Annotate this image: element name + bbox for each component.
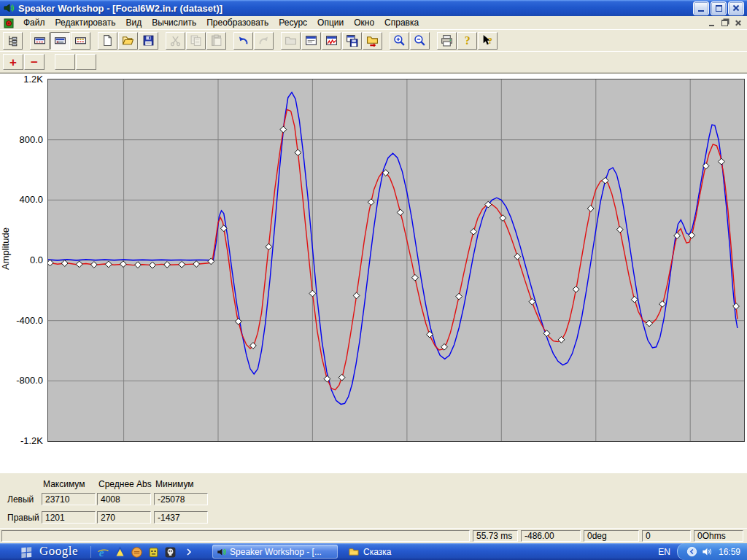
data-point-marker[interactable] <box>646 320 653 327</box>
skull-icon[interactable] <box>164 546 177 558</box>
menu-item-редактировать[interactable]: Редактировать <box>50 17 121 29</box>
menu-item-вид[interactable]: Вид <box>120 17 147 29</box>
data-point-marker[interactable] <box>514 253 521 260</box>
data-point-marker[interactable] <box>309 290 316 297</box>
remove-point-button[interactable]: − <box>24 54 44 70</box>
data-point-marker[interactable] <box>280 126 287 133</box>
add-point-button[interactable]: + <box>3 54 23 70</box>
data-point-marker[interactable] <box>150 262 156 268</box>
tree-view-button[interactable] <box>3 32 23 50</box>
y-tick-label: 1.2K <box>23 74 43 85</box>
properties-window-button[interactable] <box>301 32 321 50</box>
data-point-marker[interactable] <box>266 244 272 250</box>
view-combo-button[interactable] <box>71 32 90 50</box>
data-point-marker[interactable] <box>719 158 725 165</box>
data-point-marker[interactable] <box>61 260 68 267</box>
volume-icon[interactable] <box>701 546 713 557</box>
data-point-marker[interactable] <box>164 262 171 268</box>
data-point-marker[interactable] <box>587 206 594 212</box>
help-button[interactable]: ? <box>457 32 477 50</box>
stats-value-field[interactable]: 23710 <box>42 493 96 505</box>
data-point-marker[interactable] <box>573 286 579 292</box>
taskbar: Google e Speaker Workshop - [... Сказка … <box>0 543 747 560</box>
minimize-button[interactable] <box>693 1 709 15</box>
menu-item-окно[interactable]: Окно <box>349 17 379 29</box>
child-restore-button[interactable] <box>719 18 730 28</box>
data-point-marker[interactable] <box>338 374 345 381</box>
data-point-marker[interactable] <box>689 232 695 238</box>
hand-icon[interactable] <box>131 546 143 558</box>
table1-icon <box>34 34 46 47</box>
table2-icon <box>54 34 66 47</box>
save-chart-button[interactable] <box>342 32 362 50</box>
taskbar-button-speaker-workshop[interactable]: Speaker Workshop - [... <box>212 545 338 559</box>
statistics-panel: МаксимумСреднее AbsМинимумЛевый237104008… <box>0 472 747 528</box>
data-point-marker[interactable] <box>90 262 97 268</box>
data-point-marker[interactable] <box>471 228 477 235</box>
export-data-button[interactable] <box>363 32 382 50</box>
restore-button[interactable] <box>711 1 727 15</box>
tray-collapse-icon[interactable] <box>686 546 697 557</box>
cut-button <box>166 32 185 50</box>
stats-value-field[interactable]: -25078 <box>154 493 208 505</box>
copy-button <box>186 32 206 50</box>
data-point-marker[interactable] <box>105 261 112 268</box>
y-tick-label: -1.2K <box>20 435 43 446</box>
menu-item-опции[interactable]: Опции <box>312 17 349 29</box>
context-help-button[interactable]: ? <box>478 32 498 50</box>
data-point-marker[interactable] <box>674 233 681 239</box>
stats-value-field[interactable]: -1437 <box>154 511 208 524</box>
internet-explorer-icon[interactable]: e <box>97 546 109 558</box>
google-deskbar-logo[interactable]: Google <box>39 544 78 559</box>
data-point-marker[interactable] <box>120 261 127 268</box>
document-icon[interactable] <box>3 18 15 28</box>
menu-item-ресурс[interactable]: Ресурс <box>274 17 312 29</box>
undo-button[interactable] <box>233 32 253 50</box>
data-point-marker[interactable] <box>733 303 740 310</box>
taskbar-item-skazka[interactable]: Сказка <box>348 546 391 557</box>
svg-text:e: e <box>99 546 104 559</box>
print-button[interactable] <box>437 32 457 50</box>
menu-item-вычислить[interactable]: Вычислить <box>147 17 201 29</box>
chart-window-button[interactable] <box>322 32 341 50</box>
quick-launch-expand-icon[interactable] <box>185 547 193 557</box>
data-point-marker[interactable] <box>616 226 623 233</box>
stats-value-field[interactable]: 1201 <box>42 511 96 524</box>
child-close-button[interactable] <box>732 18 743 28</box>
data-point-marker[interactable] <box>397 209 403 216</box>
data-point-marker[interactable] <box>412 274 419 281</box>
data-point-marker[interactable] <box>659 301 666 308</box>
open-file-button[interactable] <box>118 32 138 50</box>
view-datasheet-button[interactable] <box>30 32 50 50</box>
data-point-marker[interactable] <box>529 298 535 305</box>
zoom-out-button[interactable] <box>410 32 430 50</box>
windows-flag-icon[interactable] <box>20 545 34 558</box>
child-minimize-button[interactable] <box>706 18 717 28</box>
menu-item-преобразовать[interactable]: Преобразовать <box>201 17 274 29</box>
view-chart-button[interactable] <box>50 32 70 50</box>
zoom-in-button[interactable] <box>390 32 409 50</box>
data-point-marker[interactable] <box>193 261 200 268</box>
zoom-in-icon <box>393 34 406 47</box>
menu-item-файл[interactable]: Файл <box>18 17 50 29</box>
delta-icon[interactable] <box>114 546 126 558</box>
data-point-marker[interactable] <box>456 293 462 300</box>
data-point-marker[interactable] <box>135 262 142 268</box>
close-button[interactable] <box>728 1 744 15</box>
waveform-plot[interactable] <box>47 79 745 442</box>
language-indicator[interactable]: EN <box>651 547 677 557</box>
data-point-marker[interactable] <box>76 261 82 268</box>
data-point-marker[interactable] <box>179 261 185 268</box>
stats-value-field[interactable]: 4008 <box>97 493 151 505</box>
save-file-button[interactable] <box>139 32 158 50</box>
data-point-marker[interactable] <box>353 292 360 299</box>
data-point-marker[interactable] <box>558 337 565 343</box>
stats-value-field[interactable]: 270 <box>97 511 151 524</box>
robot-icon[interactable] <box>147 546 160 558</box>
data-point-marker[interactable] <box>295 149 301 156</box>
data-point-marker[interactable] <box>500 215 506 222</box>
data-point-marker[interactable] <box>631 296 638 303</box>
clock[interactable]: 16:59 <box>719 547 740 557</box>
menu-item-справка[interactable]: Справка <box>379 17 424 29</box>
new-file-button[interactable] <box>98 32 117 50</box>
